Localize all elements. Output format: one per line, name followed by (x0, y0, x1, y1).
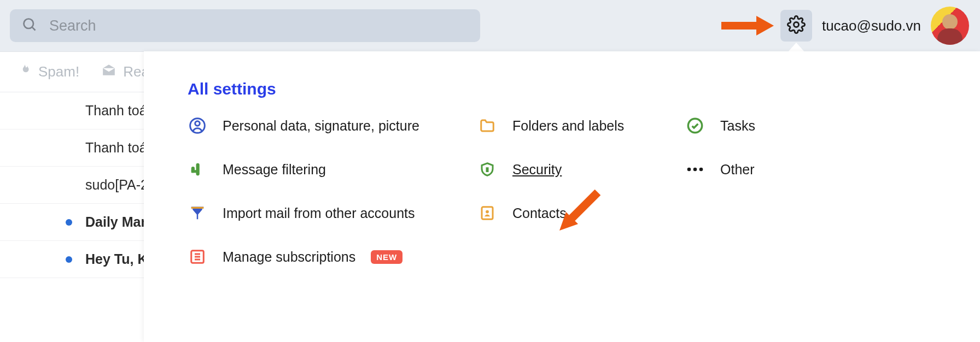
svg-marker-3 (756, 16, 774, 36)
settings-item-label: Tasks (720, 118, 755, 134)
topbar-right: tucao@sudo.vn (719, 0, 969, 51)
settings-item-label: Security (512, 162, 562, 178)
list-icon (188, 247, 207, 267)
settings-item-label: Import mail from other accounts (223, 205, 415, 221)
cactus-icon (188, 160, 207, 179)
settings-item-personal[interactable]: Personal data, signature, picture (188, 116, 461, 135)
ellipsis-icon (685, 160, 705, 179)
unread-dot-icon (66, 219, 72, 226)
svg-rect-7 (196, 163, 200, 176)
settings-item-security[interactable]: Security (477, 160, 669, 179)
check-circle-icon (685, 116, 705, 135)
svg-point-21 (693, 168, 697, 172)
person-icon (188, 116, 207, 135)
funnel-icon (188, 203, 207, 223)
gear-icon (787, 15, 806, 36)
svg-point-18 (486, 210, 489, 214)
settings-item-label: Manage subscriptions (223, 249, 355, 265)
mail-subject: sudo[PA-2 (85, 177, 148, 193)
settings-item-label: Message filtering (223, 162, 326, 178)
flame-icon (18, 63, 32, 81)
tab-spam[interactable]: Spam! (18, 63, 79, 81)
settings-title[interactable]: All settings (188, 80, 947, 98)
unread-dot-icon (66, 256, 72, 263)
settings-item-label: Contacts (512, 205, 567, 221)
settings-item-label: Personal data, signature, picture (223, 118, 419, 134)
envelope-open-icon (101, 63, 116, 81)
contacts-icon (477, 203, 497, 223)
settings-item-contacts[interactable]: Contacts (477, 203, 669, 223)
settings-item-label: Folders and labels (512, 118, 624, 134)
annotation-arrow-right (719, 13, 774, 38)
svg-rect-9 (191, 170, 199, 173)
shield-icon (477, 160, 497, 179)
settings-item-subscriptions[interactable]: Manage subscriptions NEW (188, 247, 461, 267)
svg-point-6 (195, 121, 200, 126)
settings-item-import[interactable]: Import mail from other accounts (188, 203, 461, 223)
settings-item-other[interactable]: Other (685, 160, 822, 179)
settings-item-filtering[interactable]: Message filtering (188, 160, 461, 179)
settings-button[interactable] (780, 10, 812, 42)
account-email[interactable]: tucao@sudo.vn (822, 17, 921, 34)
new-badge: NEW (371, 250, 402, 264)
avatar[interactable] (931, 7, 969, 45)
folder-icon (477, 116, 497, 135)
svg-point-20 (687, 168, 691, 172)
search-icon (22, 17, 37, 34)
svg-point-4 (794, 22, 798, 27)
settings-item-tasks[interactable]: Tasks (685, 116, 822, 135)
search-input[interactable] (49, 17, 468, 34)
topbar: tucao@sudo.vn (0, 0, 980, 51)
svg-rect-11 (191, 207, 204, 209)
mail-subject: Daily Man (85, 214, 149, 230)
tab-spam-label: Spam! (38, 63, 79, 80)
svg-point-0 (24, 19, 34, 29)
settings-item-label: Other (720, 162, 755, 178)
svg-line-1 (32, 27, 36, 31)
settings-item-folders[interactable]: Folders and labels (477, 116, 669, 135)
search-box[interactable] (10, 9, 480, 42)
svg-point-22 (699, 168, 703, 172)
svg-rect-16 (486, 167, 489, 172)
settings-dropdown: All settings Personal data, signature, p… (144, 51, 980, 342)
